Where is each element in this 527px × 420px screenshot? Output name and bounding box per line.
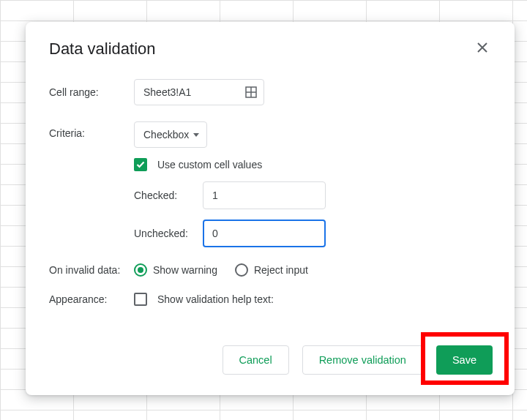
radio-label-show-warning: Show warning xyxy=(153,264,217,276)
close-button[interactable] xyxy=(474,40,491,58)
dialog-title: Data validation xyxy=(49,40,156,59)
unchecked-label: Unchecked: xyxy=(134,228,203,239)
appearance-content: Show validation help text: xyxy=(134,293,274,306)
dropdown-icon xyxy=(193,133,199,137)
unchecked-value-input[interactable] xyxy=(203,220,326,247)
checked-value-input[interactable] xyxy=(203,181,326,209)
cell-range-row: Cell range: Sheet3!A1 xyxy=(49,79,491,105)
appearance-row: Appearance: Show validation help text: xyxy=(49,293,491,306)
appearance-help-label: Show validation help text: xyxy=(157,293,274,305)
unchecked-value-row: Unchecked: xyxy=(134,220,326,247)
cancel-button[interactable]: Cancel xyxy=(223,345,289,375)
appearance-label: Appearance: xyxy=(49,293,134,305)
cell-range-value: Sheet3!A1 xyxy=(143,86,191,98)
criteria-row: Criteria: Checkbox Use custom cell value… xyxy=(49,121,491,247)
criteria-label: Criteria: xyxy=(49,121,134,139)
radio-show-warning[interactable]: Show warning xyxy=(134,263,217,277)
radio-reject-input[interactable]: Reject input xyxy=(235,263,308,277)
radio-icon xyxy=(134,263,147,277)
checked-label: Checked: xyxy=(134,190,203,201)
on-invalid-radios: Show warning Reject input xyxy=(134,263,308,277)
data-validation-dialog: Data validation Cell range: Sheet3!A1 Cr… xyxy=(26,22,515,395)
criteria-content: Checkbox Use custom cell values Checked:… xyxy=(134,121,326,247)
remove-validation-button[interactable]: Remove validation xyxy=(302,345,423,375)
close-icon xyxy=(476,42,488,56)
cell-range-input[interactable]: Sheet3!A1 xyxy=(134,79,264,105)
cell-range-label: Cell range: xyxy=(49,86,134,98)
use-custom-label: Use custom cell values xyxy=(157,159,262,170)
on-invalid-label: On invalid data: xyxy=(49,264,134,276)
save-button[interactable]: Save xyxy=(436,345,493,375)
criteria-select[interactable]: Checkbox xyxy=(134,121,207,148)
criteria-value: Checkbox xyxy=(143,129,189,140)
check-icon xyxy=(135,160,146,170)
grid-select-icon[interactable] xyxy=(244,86,258,99)
dialog-header: Data validation xyxy=(49,40,491,59)
radio-icon xyxy=(235,263,248,277)
use-custom-row: Use custom cell values xyxy=(134,158,326,171)
checked-value-row: Checked: xyxy=(134,181,326,209)
appearance-help-checkbox[interactable] xyxy=(134,293,147,306)
use-custom-checkbox[interactable] xyxy=(134,158,147,171)
radio-label-reject-input: Reject input xyxy=(254,264,308,276)
on-invalid-row: On invalid data: Show warning Reject inp… xyxy=(49,263,491,277)
dialog-footer: Cancel Remove validation Save xyxy=(223,345,493,375)
